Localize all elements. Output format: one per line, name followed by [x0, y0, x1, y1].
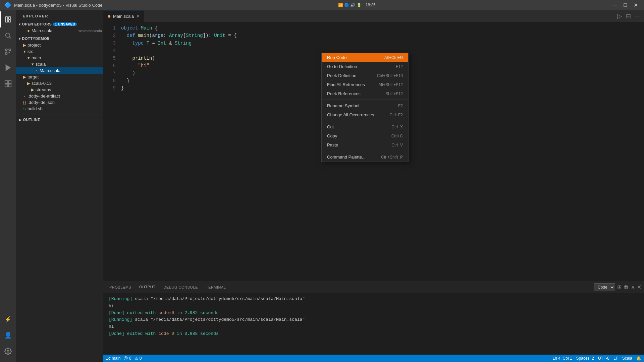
explorer-activity-icon[interactable]: [0, 11, 16, 27]
tree-item-scala[interactable]: ▾ scala: [16, 61, 103, 67]
panel-split-icon[interactable]: ⊞: [617, 284, 622, 290]
folder-open-icon-src: ▾: [21, 49, 28, 54]
settings-activity-icon[interactable]: [0, 343, 16, 359]
ctx-sep-2: [322, 121, 408, 121]
open-editor-main-scala[interactable]: ● Main.scala src/main/scala: [16, 27, 103, 34]
find-all-references-menu-item[interactable]: Find All References Alt+Shift+F12: [322, 80, 408, 89]
problems-tab[interactable]: Problems: [106, 283, 135, 291]
search-activity-icon[interactable]: [0, 27, 16, 44]
open-editors-label: Open Editors: [22, 22, 52, 26]
tree-item-dotty-artifact[interactable]: · .dotty-ide-artifact: [16, 93, 103, 99]
tree-label-streams: streams: [36, 87, 103, 92]
tree-item-scala013[interactable]: ▶ scala-0.13: [16, 80, 103, 86]
command-palette-shortcut: Ctrl+Shift+P: [381, 155, 403, 160]
accounts-activity-icon[interactable]: 👤: [0, 327, 16, 343]
run-button[interactable]: ▷: [616, 11, 623, 21]
command-palette-menu-item[interactable]: Command Palette... Ctrl+Shift+P: [322, 153, 408, 162]
cursor-position-item[interactable]: Ln 4, Col 1: [553, 356, 572, 361]
warning-count-item[interactable]: ⚠ 0: [135, 356, 142, 361]
window-controls[interactable]: ─ □ ✕: [611, 1, 640, 9]
copy-menu-item[interactable]: Copy Ctrl+C: [322, 131, 408, 140]
split-editor-button[interactable]: ⊟: [625, 11, 632, 21]
outline-section: ▶ Outline: [16, 115, 103, 124]
panel-line-7: hi: [109, 323, 639, 330]
go-to-definition-shortcut: F12: [396, 64, 403, 69]
debug-console-tab-label: Debug Console: [163, 285, 198, 289]
panel-close-icon[interactable]: ✕: [637, 284, 641, 290]
indentation-item[interactable]: Spaces: 2: [576, 356, 594, 361]
paste-menu-item[interactable]: Paste Ctrl+V: [322, 140, 408, 149]
peek-definition-menu-item[interactable]: Peek Definition Ctrl+Shift+F10: [322, 71, 408, 80]
debug-console-tab[interactable]: Debug Console: [160, 283, 201, 291]
language-mode-item[interactable]: Scala: [622, 356, 632, 361]
code-editor[interactable]: 1 2 3 4 5 6 7 8 9 object Main { def main…: [103, 22, 644, 281]
git-branch-item[interactable]: ⎇ main: [106, 356, 120, 361]
close-button[interactable]: ✕: [632, 1, 640, 9]
more-actions-button[interactable]: ···: [634, 11, 641, 21]
cut-menu-item[interactable]: Cut Ctrl+X: [322, 122, 408, 131]
open-editors-chevron: ▾: [19, 22, 21, 26]
svg-rect-1: [8, 17, 11, 19]
encoding-item[interactable]: UTF-8: [598, 356, 609, 361]
project-name: DOTTYDEMO5: [22, 37, 49, 41]
svg-rect-10: [8, 81, 11, 83]
tree-item-streams[interactable]: ▶ streams: [16, 86, 103, 93]
maximize-button[interactable]: □: [622, 1, 629, 9]
tab-modified-dot: ●: [107, 13, 111, 19]
tree-label-scala013: scala-0.13: [32, 81, 103, 86]
line-ending-item[interactable]: LF: [613, 356, 618, 361]
editor-actions: ▷ ⊟ ···: [616, 10, 644, 22]
tree-item-target[interactable]: ▶ target: [16, 74, 103, 80]
run-code-menu-item[interactable]: Run Code Alt+Ctrl+N: [322, 53, 408, 62]
notifications-icon[interactable]: 🔔: [636, 356, 641, 361]
panel-done-2: [Done] exited with: [109, 331, 158, 336]
file-json-icon: {}: [21, 100, 28, 105]
tab-close-button[interactable]: ✕: [136, 13, 140, 19]
extensions-activity-icon[interactable]: [0, 76, 16, 92]
code-line-1: object Main {: [121, 24, 644, 32]
run-debug-activity-icon[interactable]: [0, 60, 16, 76]
tree-item-dotty-json[interactable]: {} .dotty-ide.json: [16, 99, 103, 106]
tree-item-main-scala[interactable]: ▪ Main.scala: [16, 67, 103, 74]
remote-icon[interactable]: ⚡: [0, 311, 16, 327]
tree-item-build-sbt[interactable]: s build.sbt: [16, 106, 103, 112]
panel-running-2: [Running]: [109, 317, 132, 322]
tab-main-scala[interactable]: ● Main.scala ✕: [103, 10, 144, 22]
panel-clear-icon[interactable]: 🗑: [624, 284, 629, 290]
time-display: 18:35: [366, 3, 376, 7]
terminal-tab[interactable]: Terminal: [203, 283, 229, 291]
ctx-sep-1: [322, 100, 408, 100]
outline-section-header[interactable]: ▶ Outline: [16, 116, 103, 123]
command-palette-label: Command Palette...: [327, 155, 366, 160]
project-chevron: ▾: [19, 37, 21, 41]
svg-point-6: [9, 49, 11, 51]
change-all-occurrences-menu-item[interactable]: Change All Occurrences Ctrl+F2: [322, 110, 408, 119]
minimize-button[interactable]: ─: [611, 1, 619, 9]
output-source-dropdown[interactable]: Code: [594, 283, 615, 291]
svg-rect-9: [5, 81, 8, 83]
panel-tabs: Problems Output Debug Console Terminal C…: [103, 281, 644, 293]
error-count-item[interactable]: ⓪ 0: [124, 356, 131, 361]
go-to-definition-label: Go to Definition: [327, 64, 357, 69]
project-section[interactable]: ▾ DOTTYDEMO5: [16, 35, 103, 42]
run-code-shortcut: Alt+Ctrl+N: [384, 55, 403, 60]
tree-item-src[interactable]: ▾ src: [16, 48, 103, 55]
tree-item-main[interactable]: ▾ main: [16, 55, 103, 61]
panel-minimize-icon[interactable]: ∧: [631, 284, 635, 290]
find-all-references-shortcut: Alt+Shift+F12: [378, 82, 403, 87]
source-control-activity-icon[interactable]: [0, 44, 16, 60]
peek-references-menu-item[interactable]: Peek References Shift+F12: [322, 89, 408, 98]
activity-bar: ⚡ 👤: [0, 10, 16, 362]
output-tab[interactable]: Output: [136, 283, 159, 291]
rename-symbol-shortcut: F2: [398, 104, 403, 108]
svg-rect-11: [5, 84, 8, 87]
outline-chevron: ▶: [19, 118, 22, 122]
tree-item-project[interactable]: ▶ project: [16, 42, 103, 48]
tree-label-dotty-artifact: .dotty-ide-artifact: [28, 94, 103, 99]
rename-symbol-menu-item[interactable]: Rename Symbol F2: [322, 101, 408, 110]
unsaved-badge: 1 Unsaved: [53, 22, 77, 26]
tab-bar: ● Main.scala ✕ ▷ ⊟ ···: [103, 10, 644, 22]
go-to-definition-menu-item[interactable]: Go to Definition F12: [322, 62, 408, 71]
editor-area: ● Main.scala ✕ ▷ ⊟ ··· 1 2 3 4 5 6 7 8 9: [103, 10, 644, 362]
open-editors-section[interactable]: ▾ Open Editors 1 Unsaved: [16, 21, 103, 27]
